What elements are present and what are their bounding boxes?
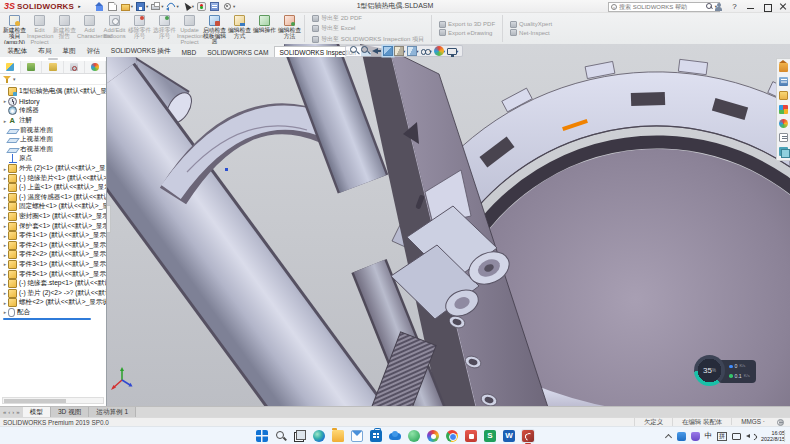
tree-item[interactable]: ▸ 固定螺栓<1> (默认<<默认>_显示状态 bbox=[0, 202, 106, 212]
dropdown-caret-icon[interactable]: ▾ bbox=[161, 4, 163, 9]
chrome-icon[interactable] bbox=[445, 429, 459, 443]
displaymanager-tab[interactable] bbox=[85, 61, 106, 73]
ribbon-button[interactable]: Add Characteristic bbox=[77, 13, 102, 44]
tray-security-icon[interactable] bbox=[691, 432, 700, 441]
rollback-bar[interactable] bbox=[3, 318, 91, 320]
zoom-to-area-icon[interactable] bbox=[361, 46, 370, 56]
ribbon-button[interactable]: 移除零件序号 bbox=[127, 13, 152, 44]
dropdown-caret-icon[interactable]: ▾ bbox=[131, 4, 133, 9]
minimize-button[interactable] bbox=[746, 2, 755, 11]
dropdown-caret-icon[interactable]: ▾ bbox=[176, 4, 178, 9]
previous-view-icon[interactable] bbox=[372, 46, 381, 56]
custom-properties-icon[interactable] bbox=[779, 133, 788, 142]
tree-item[interactable]: 上视基准面 bbox=[0, 135, 106, 145]
graphics-area[interactable] bbox=[107, 44, 790, 408]
scrollbar-thumb[interactable] bbox=[4, 399, 66, 403]
save-button[interactable]: ▾ bbox=[136, 2, 148, 11]
view-settings-icon[interactable]: ▾ bbox=[447, 47, 458, 55]
tab-nav-arrow-icon[interactable]: « bbox=[3, 409, 6, 415]
tree-item[interactable]: 前视基准面 bbox=[0, 125, 106, 135]
tab-nav-arrow-icon[interactable]: » bbox=[16, 409, 19, 415]
edge-browser-icon[interactable] bbox=[312, 429, 326, 443]
tree-item[interactable]: ▸ 配合 bbox=[0, 308, 106, 318]
tree-item[interactable]: ▸ (-) 温度传感器<1> (默认<<默认>_显示状态 bbox=[0, 193, 106, 203]
edit-appearance-icon[interactable]: ▾ bbox=[434, 46, 445, 56]
display-style-icon[interactable]: ▾ bbox=[407, 46, 418, 56]
ribbon-tab[interactable]: SOLIDWORKS 插件 bbox=[105, 44, 176, 57]
microsoft-store-icon[interactable] bbox=[369, 429, 383, 443]
help-search-input[interactable] bbox=[619, 4, 704, 10]
ribbon-button[interactable]: Update Inspection Project bbox=[177, 13, 202, 44]
filter-dropdown-icon[interactable]: ▾ bbox=[13, 76, 16, 82]
ribbon-tab[interactable]: SOLIDWORKS CAM bbox=[202, 46, 274, 57]
service-button[interactable]: Net-Inspect bbox=[510, 29, 552, 36]
tree-horizontal-scrollbar[interactable] bbox=[2, 397, 104, 404]
tab-nav-arrow-icon[interactable]: ‹ bbox=[8, 409, 10, 415]
ribbon-button[interactable]: 编辑检查方式 bbox=[227, 13, 252, 44]
file-explorer-icon[interactable] bbox=[331, 429, 345, 443]
onedrive-icon[interactable] bbox=[388, 429, 402, 443]
tab-nav-arrow-icon[interactable]: › bbox=[12, 409, 14, 415]
menu-expand-icon[interactable]: ▸ bbox=[78, 3, 81, 9]
solidworks-forum-icon[interactable] bbox=[779, 147, 788, 156]
ribbon-tab[interactable]: 评估 bbox=[81, 44, 105, 57]
start-button[interactable] bbox=[255, 429, 269, 443]
appearances-scenes-icon[interactable] bbox=[779, 119, 788, 128]
tree-item[interactable]: ▸ 注解 bbox=[0, 116, 106, 126]
file-properties-button[interactable] bbox=[210, 2, 220, 11]
view-tab[interactable]: 运动算例 1 bbox=[89, 407, 136, 417]
word-app-icon[interactable]: W bbox=[502, 429, 516, 443]
tray-monitor-icon[interactable] bbox=[732, 433, 741, 440]
search-icon[interactable] bbox=[706, 3, 713, 10]
login-icon[interactable] bbox=[714, 2, 723, 11]
export-button[interactable]: Export eDrawing bbox=[439, 29, 495, 36]
print-button[interactable]: ▾ bbox=[151, 2, 163, 10]
ribbon-button[interactable]: 新建检查项目 (amp;N) bbox=[2, 13, 27, 44]
export-button[interactable]: 导出至 2D PDF bbox=[312, 14, 424, 23]
ribbon-button[interactable]: Add/Edit Balloons bbox=[102, 13, 127, 44]
ribbon-tab[interactable]: MBD bbox=[176, 46, 202, 57]
rebuild-button[interactable] bbox=[197, 2, 207, 11]
browser-wheel-icon[interactable] bbox=[426, 429, 440, 443]
ribbon-button[interactable]: 选择零件序号 bbox=[152, 13, 177, 44]
tree-item[interactable]: ▸ 密封圈<1> (默认<<默认>_显示状态 bbox=[0, 212, 106, 222]
featuremanager-design-tree-tab[interactable] bbox=[0, 61, 21, 73]
panel-splitter-handle[interactable] bbox=[0, 57, 106, 61]
tree-item[interactable]: ▸ (-) 绝缘垫片<1> (默认<<默认>_显示状态 bbox=[0, 173, 106, 183]
tree-item[interactable]: ▸ 零件3<1> (默认<<默认>_显示状态 bbox=[0, 260, 106, 270]
tree-item[interactable]: ▸ (-) 上盖<1> (默认<<默认>_显示状态 bbox=[0, 183, 106, 193]
design-library-icon[interactable] bbox=[779, 77, 788, 86]
tree-item[interactable]: ▸ (-) 垫片 (2)<2> ->? (默认<<默认> bbox=[0, 288, 106, 298]
solidworks-resources-icon[interactable] bbox=[779, 63, 788, 72]
options-button[interactable]: ▾ bbox=[223, 2, 235, 11]
view-orientation-icon[interactable]: ▾ bbox=[394, 46, 405, 56]
zoom-to-fit-icon[interactable] bbox=[350, 46, 359, 56]
tree-item[interactable]: ▸ 零件1<1> (默认<<默认>_显示状态 bbox=[0, 231, 106, 241]
network-monitor-overlay[interactable]: 35% 0K/s 0.1K/s bbox=[694, 355, 756, 386]
view-tab[interactable]: 3D 视图 bbox=[51, 407, 89, 417]
panel-collapse-handle[interactable] bbox=[107, 205, 111, 233]
file-explorer-icon[interactable] bbox=[779, 91, 788, 100]
ime-pinyin-indicator[interactable]: 拼 bbox=[717, 432, 727, 441]
ribbon-tab[interactable]: 布局 bbox=[33, 44, 57, 57]
export-button[interactable]: 导出至 SOLIDWORKS Inspection 项目 bbox=[312, 35, 424, 44]
tree-item[interactable]: ▸ 螺栓<2> (默认<<默认>_显示状态 bbox=[0, 298, 106, 308]
hide-show-items-icon[interactable]: ▾ bbox=[421, 46, 432, 56]
mail-icon[interactable] bbox=[350, 429, 364, 443]
export-button[interactable]: Export to 3D PDF bbox=[439, 21, 495, 28]
ribbon-tab[interactable]: 草图 bbox=[57, 44, 81, 57]
tags-globe-icon[interactable] bbox=[777, 419, 784, 426]
red-app-icon[interactable] bbox=[464, 429, 478, 443]
select-button[interactable]: ▾ bbox=[182, 2, 194, 11]
tree-item[interactable]: ▸ 零件2<1> (默认<<默认>_显示状态 bbox=[0, 241, 106, 251]
service-button[interactable]: QualityXpert bbox=[510, 21, 552, 28]
tray-expand-icon[interactable] bbox=[665, 433, 672, 440]
open-button[interactable]: ▾ bbox=[121, 2, 133, 11]
show-desktop-button[interactable] bbox=[784, 430, 786, 442]
home-button[interactable] bbox=[95, 2, 105, 11]
tray-onedrive-icon[interactable] bbox=[677, 432, 686, 441]
undo-button[interactable]: ▾ bbox=[166, 2, 178, 11]
export-button[interactable]: 导出至 Excel bbox=[312, 24, 424, 33]
tree-item[interactable]: ▸ 零件2<2> (默认<<默认>_显示状态 bbox=[0, 250, 106, 260]
ribbon-button[interactable]: 新建检查报告 bbox=[52, 13, 77, 44]
